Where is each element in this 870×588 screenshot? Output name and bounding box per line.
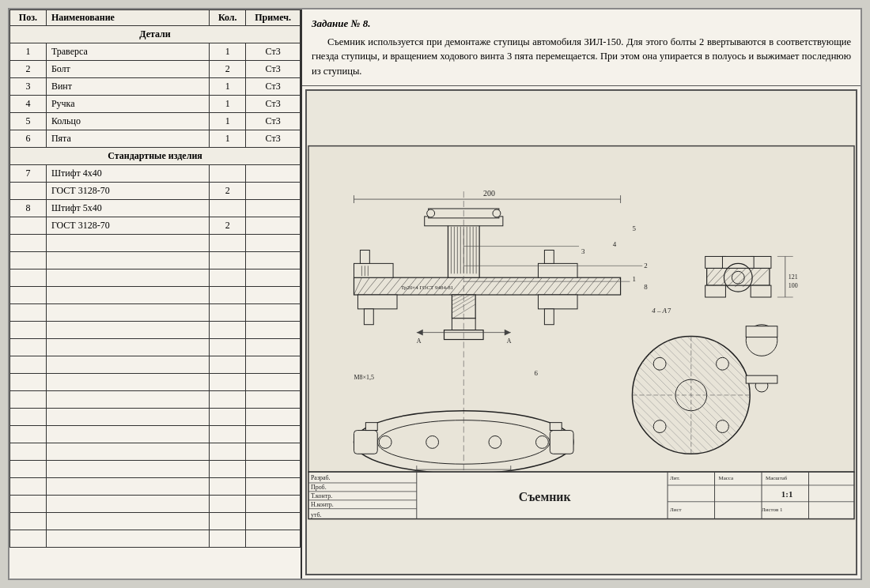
technical-drawing: 200 А А М8×1,5 Тр20×4 ГОСТ 9484-81 1 2 3… — [307, 91, 856, 574]
svg-text:Проб.: Проб. — [311, 484, 327, 491]
table-row-empty — [10, 287, 301, 304]
header-qty: Кол. — [210, 10, 246, 26]
svg-text:3: 3 — [581, 247, 585, 255]
svg-rect-47 — [544, 309, 554, 325]
svg-rect-44 — [538, 263, 577, 277]
table-row: 5 Кольцо 1 Ст3 — [10, 113, 301, 130]
table-row-empty — [10, 304, 301, 322]
svg-text:4: 4 — [613, 239, 617, 247]
svg-text:Съемник: Съемник — [519, 490, 572, 503]
table-row: 4 Ручка 1 Ст3 — [10, 96, 301, 113]
svg-text:Лист: Лист — [670, 506, 682, 512]
svg-point-152 — [653, 420, 666, 432]
svg-rect-159 — [550, 422, 562, 430]
svg-rect-158 — [550, 430, 573, 454]
table-row-empty — [10, 478, 301, 496]
svg-rect-106 — [705, 285, 726, 297]
table-row-empty — [10, 530, 301, 548]
table-row-empty — [10, 513, 301, 530]
header-name: Наименование — [46, 10, 209, 26]
svg-rect-169 — [746, 326, 777, 337]
table-row-empty — [10, 235, 301, 252]
svg-text:5: 5 — [632, 224, 636, 232]
drawing-area: 200 А А М8×1,5 Тр20×4 ГОСТ 9484-81 1 2 3… — [305, 89, 857, 575]
table-row: 3 Винт 1 Ст3 — [10, 78, 301, 96]
header-note: Примеч. — [246, 10, 301, 26]
svg-rect-156 — [354, 430, 377, 454]
task-text: Съемник используется при демонтаже ступи… — [312, 35, 851, 79]
svg-text:Тр20×4 ГОСТ 9484-81: Тр20×4 ГОСТ 9484-81 — [401, 285, 454, 291]
section-standard: Стандартные изделия — [10, 148, 301, 165]
table-row: 8 Штифт 5х40 — [10, 200, 301, 217]
svg-rect-107 — [751, 285, 771, 297]
table-row: 7 Штифт 4х40 — [10, 165, 301, 183]
table-row-empty — [10, 426, 301, 443]
svg-point-151 — [717, 357, 729, 370]
svg-rect-45 — [544, 250, 554, 263]
svg-text:М8×1,5: М8×1,5 — [354, 374, 373, 381]
svg-rect-157 — [365, 422, 377, 430]
task-title: Задание № 8. — [312, 16, 851, 32]
left-panel: Поз. Наименование Кол. Примеч. Детали 1 … — [9, 9, 302, 579]
table-row-empty — [10, 270, 301, 287]
table-row-empty — [10, 461, 301, 478]
svg-point-60 — [427, 209, 435, 217]
svg-text:6: 6 — [535, 369, 539, 377]
table-row-empty — [10, 356, 301, 374]
svg-point-150 — [653, 357, 666, 370]
svg-text:Лит.: Лит. — [670, 475, 680, 481]
svg-text:Разраб.: Разраб. — [311, 474, 331, 481]
table-row-empty — [10, 443, 301, 461]
svg-text:Т.контр.: Т.контр. — [311, 492, 332, 499]
svg-text:Н.контр.: Н.контр. — [311, 500, 334, 507]
table-row: 1 Траверса 1 Ст3 — [10, 43, 301, 61]
svg-text:утб.: утб. — [311, 511, 321, 518]
svg-rect-39 — [357, 295, 397, 309]
header-pos: Поз. — [10, 10, 47, 26]
svg-text:Масштаб: Масштаб — [766, 475, 788, 481]
svg-text:А: А — [507, 337, 512, 344]
page: Поз. Наименование Кол. Примеч. Детали 1 … — [8, 8, 862, 580]
table-row: ГОСТ 3128-70 2 — [10, 183, 301, 200]
svg-rect-46 — [538, 295, 577, 309]
task-area: Задание № 8. Съемник используется при де… — [302, 9, 861, 86]
svg-text:7: 7 — [668, 307, 671, 315]
svg-point-153 — [717, 420, 729, 432]
svg-text:А: А — [417, 337, 422, 344]
parts-table: Поз. Наименование Кол. Примеч. Детали 1 … — [9, 9, 301, 548]
svg-rect-37 — [354, 263, 393, 277]
table-row-empty — [10, 496, 301, 513]
table-row-empty — [10, 374, 301, 391]
svg-text:200: 200 — [483, 189, 495, 198]
table-row-empty — [10, 409, 301, 426]
table-row-empty — [10, 339, 301, 356]
svg-text:100: 100 — [789, 282, 798, 289]
svg-text:2: 2 — [644, 262, 647, 270]
svg-text:1:1: 1:1 — [781, 489, 793, 499]
table-row-empty — [10, 391, 301, 409]
svg-rect-38 — [360, 250, 369, 263]
svg-rect-40 — [364, 309, 373, 325]
svg-text:8: 8 — [644, 283, 648, 291]
svg-text:4 – А: 4 – А — [652, 307, 667, 315]
table-row: 2 Болт 2 Ст3 — [10, 61, 301, 78]
svg-rect-108 — [722, 256, 754, 268]
svg-text:Листов 1: Листов 1 — [762, 506, 783, 512]
svg-rect-171 — [746, 375, 777, 383]
right-panel: Задание № 8. Съемник используется при де… — [302, 9, 861, 579]
section-details: Детали — [10, 26, 301, 43]
svg-text:Масса: Масса — [719, 475, 734, 481]
table-row: 6 Пята 1 Ст3 — [10, 130, 301, 148]
svg-text:121: 121 — [789, 273, 798, 281]
table-row-empty — [10, 252, 301, 270]
svg-text:1: 1 — [632, 275, 635, 283]
table-row: ГОСТ 3128-70 2 — [10, 217, 301, 235]
table-row-empty — [10, 322, 301, 339]
svg-point-61 — [493, 209, 501, 217]
